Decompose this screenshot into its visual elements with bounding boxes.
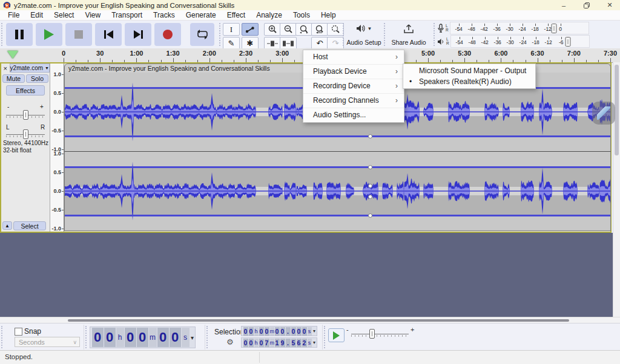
collapse-track-button[interactable]: ▲ bbox=[2, 221, 12, 230]
audio-position-display[interactable]: 00h00m00s▾ bbox=[90, 327, 196, 348]
effects-button[interactable]: Effects bbox=[6, 85, 45, 96]
time-digit[interactable]: 0 bbox=[259, 339, 264, 347]
horizontal-scrollbar[interactable] bbox=[0, 317, 620, 323]
zoom-in-button[interactable] bbox=[264, 23, 281, 36]
menu-file[interactable]: File bbox=[2, 10, 25, 21]
menu-tracks[interactable]: Tracks bbox=[148, 10, 180, 21]
toolbar-grip[interactable] bbox=[219, 23, 222, 46]
envelope-line[interactable] bbox=[65, 135, 611, 137]
timeline-pin-icon[interactable] bbox=[7, 51, 18, 59]
snap-checkbox[interactable] bbox=[15, 328, 22, 336]
selection-tool-button[interactable]: I bbox=[223, 23, 240, 36]
time-digit[interactable]: 0 bbox=[137, 328, 148, 347]
vertical-scale-ruler[interactable]: 1.00.50.0-0.5-1.01.00.50.0-0.5-1.0 bbox=[50, 63, 64, 232]
track-close-button[interactable]: × bbox=[1, 63, 10, 73]
time-digit[interactable]: 0 bbox=[275, 327, 280, 336]
toolbar-grip[interactable] bbox=[324, 326, 327, 348]
pause-button[interactable] bbox=[6, 23, 33, 46]
menu-view[interactable]: View bbox=[79, 10, 106, 21]
minimize-button[interactable]: – bbox=[553, 0, 574, 10]
maximize-button[interactable] bbox=[576, 0, 597, 10]
waveform[interactable] bbox=[65, 152, 611, 230]
time-unit[interactable]: m bbox=[270, 327, 274, 336]
time-digit[interactable]: 0 bbox=[280, 327, 285, 336]
menu-select[interactable]: Select bbox=[48, 10, 79, 21]
solo-button[interactable]: Solo bbox=[26, 74, 48, 83]
time-unit[interactable]: h bbox=[116, 328, 124, 347]
selection-start-field[interactable]: 00h00m00.000s▾ bbox=[241, 326, 317, 336]
menu-item-recording-channels[interactable]: Recording Channels› bbox=[303, 93, 404, 108]
menu-help[interactable]: Help bbox=[315, 10, 341, 21]
time-digit[interactable]: 0 bbox=[170, 328, 181, 347]
menu-edit[interactable]: Edit bbox=[25, 10, 48, 21]
playback-meter-scale[interactable]: -54-48-42-36-30-24-18-12-6 bbox=[450, 35, 590, 48]
horizontal-scrollbar-thumb[interactable] bbox=[68, 319, 569, 322]
vertical-scrollbar[interactable] bbox=[613, 62, 620, 317]
time-unit[interactable]: s bbox=[308, 339, 312, 347]
menu-item-playback-device[interactable]: Playback Device› bbox=[303, 64, 404, 79]
toolbar-grip[interactable] bbox=[85, 326, 88, 348]
time-digit[interactable]: 0 bbox=[243, 339, 248, 347]
time-digit[interactable]: 9 bbox=[280, 339, 285, 347]
trim-audio-button[interactable] bbox=[264, 37, 281, 50]
snap-unit-select[interactable]: Seconds∨ bbox=[15, 337, 80, 347]
empty-track-area[interactable] bbox=[0, 233, 613, 317]
toolbar-grip[interactable] bbox=[434, 23, 437, 46]
skip-to-start-button[interactable] bbox=[95, 23, 122, 46]
time-digit[interactable]: 2 bbox=[302, 339, 307, 347]
share-audio-button[interactable]: Share Audio bbox=[388, 23, 430, 47]
time-digit[interactable]: 0 bbox=[104, 328, 116, 347]
time-field-caret-icon[interactable]: ▾ bbox=[313, 340, 315, 345]
toolbar-grip[interactable] bbox=[206, 326, 209, 348]
silence-audio-button[interactable] bbox=[280, 37, 297, 50]
skip-to-end-button[interactable] bbox=[125, 23, 151, 46]
time-digit[interactable]: 0 bbox=[291, 327, 296, 336]
menu-effect[interactable]: Effect bbox=[222, 10, 251, 21]
toolbar-grip[interactable] bbox=[384, 23, 387, 46]
envelope-line[interactable] bbox=[65, 215, 611, 216]
recording-meter-scale[interactable]: -54-48-42-36-30-24-18-120 bbox=[450, 22, 589, 34]
selection-settings-gear-icon[interactable]: ⚙ bbox=[226, 337, 234, 346]
zoom-out-button[interactable] bbox=[280, 23, 297, 36]
track-select-button[interactable]: Select bbox=[13, 221, 46, 230]
recording-meter[interactable]: LR -54-48-42-36-30-24-18-120 bbox=[437, 22, 620, 34]
toolbar-grip[interactable] bbox=[343, 23, 346, 46]
zoom-toggle-button[interactable] bbox=[327, 23, 344, 36]
menu-item-recording-device[interactable]: Recording Device› bbox=[303, 79, 404, 93]
time-digit[interactable]: 0 bbox=[249, 327, 254, 336]
menu-analyze[interactable]: Analyze bbox=[251, 10, 288, 21]
vertical-scrollbar-thumb[interactable] bbox=[615, 65, 619, 155]
time-unit[interactable]: s bbox=[308, 327, 312, 336]
meter-slider-handle[interactable] bbox=[551, 24, 556, 33]
draw-tool-button[interactable]: ✎ bbox=[223, 37, 240, 50]
zoom-fit-project-button[interactable] bbox=[311, 23, 328, 36]
multi-tool-button[interactable]: ✱ bbox=[242, 37, 259, 50]
selection-end-field[interactable]: 00h07m19.562s▾ bbox=[241, 337, 317, 348]
menu-item-audio-settings[interactable]: Audio Settings... bbox=[303, 108, 404, 122]
menu-transport[interactable]: Transport bbox=[106, 10, 148, 21]
submenu-item-microsoft-sound-mapper-output[interactable]: Microsoft Sound Mapper - Output bbox=[403, 65, 535, 76]
play-speed-slider[interactable] bbox=[351, 331, 409, 337]
time-digit[interactable]: 5 bbox=[291, 339, 296, 347]
stop-button[interactable] bbox=[65, 23, 92, 46]
play-button[interactable] bbox=[36, 23, 62, 46]
time-digit[interactable]: 0 bbox=[259, 327, 264, 336]
undo-button[interactable]: ↶ bbox=[311, 37, 328, 50]
envelope-control-point[interactable] bbox=[368, 213, 372, 218]
pan-slider-handle[interactable] bbox=[23, 129, 28, 139]
loop-button[interactable] bbox=[190, 23, 214, 46]
envelope-line[interactable] bbox=[65, 166, 611, 168]
mute-button[interactable]: Mute bbox=[2, 74, 25, 83]
menu-tools[interactable]: Tools bbox=[288, 10, 315, 21]
envelope-control-point[interactable] bbox=[368, 184, 372, 188]
time-digit[interactable]: . bbox=[286, 339, 291, 347]
zoom-selection-button[interactable] bbox=[295, 23, 312, 36]
envelope-control-point[interactable] bbox=[368, 165, 372, 169]
audio-setup-button[interactable]: ▼ Audio Setup bbox=[346, 23, 381, 47]
menu-item-host[interactable]: Host› bbox=[303, 50, 404, 64]
time-unit[interactable]: s bbox=[182, 328, 190, 347]
gain-slider-handle[interactable] bbox=[23, 110, 28, 120]
envelope-control-point[interactable] bbox=[368, 134, 372, 138]
waveform-channel-right[interactable] bbox=[64, 151, 611, 231]
menu-generate[interactable]: Generate bbox=[180, 10, 222, 21]
